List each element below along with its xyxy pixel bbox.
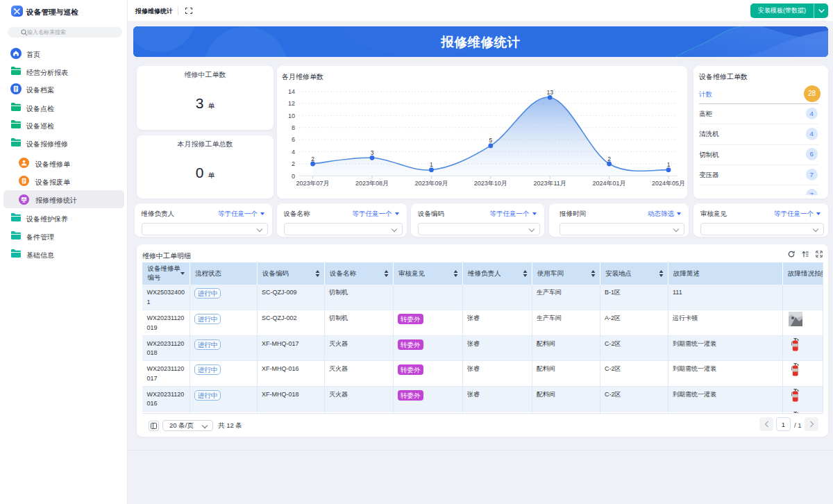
svg-text:8: 8 [292, 124, 295, 131]
svg-text:10: 10 [288, 112, 295, 119]
svg-text:2024年01月: 2024年01月 [593, 180, 626, 187]
svg-text:2023年07月: 2023年07月 [296, 180, 330, 187]
svg-text:2023年08月: 2023年08月 [355, 180, 389, 187]
svg-text:2024年05月: 2024年05月 [652, 180, 685, 187]
svg-text:2023年11月: 2023年11月 [534, 180, 566, 187]
svg-text:5: 5 [489, 137, 492, 144]
svg-text:14: 14 [288, 88, 295, 95]
svg-text:2: 2 [311, 156, 314, 162]
svg-text:2023年10月: 2023年10月 [474, 180, 507, 187]
svg-text:6: 6 [292, 136, 295, 143]
svg-text:4: 4 [292, 149, 295, 156]
svg-text:2: 2 [292, 160, 295, 167]
svg-text:13: 13 [546, 89, 553, 96]
svg-text:3: 3 [371, 149, 374, 156]
svg-text:2: 2 [607, 156, 611, 162]
svg-text:1: 1 [667, 161, 671, 168]
svg-text:1: 1 [430, 161, 433, 168]
svg-text:0: 0 [292, 173, 295, 180]
svg-text:2023年09月: 2023年09月 [414, 180, 448, 187]
svg-text:12: 12 [288, 100, 295, 107]
